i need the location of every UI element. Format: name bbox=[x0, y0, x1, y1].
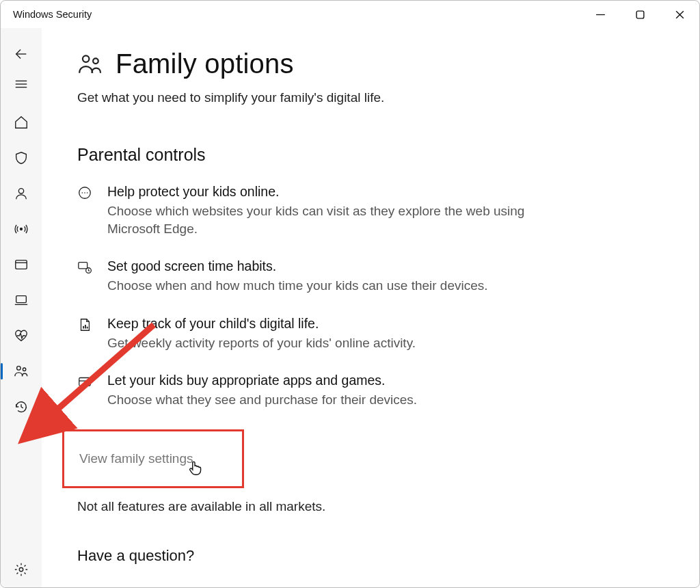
svg-point-18 bbox=[93, 58, 98, 64]
question-heading: Have a question? bbox=[77, 547, 672, 565]
feature-desc: Choose which websites your kids can visi… bbox=[107, 202, 545, 238]
window-title: Windows Security bbox=[13, 9, 92, 20]
minimize-icon bbox=[595, 10, 606, 20]
maximize-icon bbox=[635, 10, 645, 20]
link-label: View family settings bbox=[79, 451, 193, 466]
heart-pulse-icon bbox=[14, 328, 29, 343]
minimize-button[interactable] bbox=[580, 1, 620, 28]
titlebar: Windows Security bbox=[1, 1, 699, 28]
hamburger-icon bbox=[14, 77, 29, 92]
sidebar-item-app-browser[interactable] bbox=[1, 247, 42, 282]
close-button[interactable] bbox=[660, 1, 699, 28]
back-arrow-icon bbox=[14, 46, 29, 62]
svg-point-17 bbox=[83, 55, 90, 62]
sidebar-item-history[interactable] bbox=[1, 389, 42, 425]
svg-rect-26 bbox=[85, 325, 86, 329]
svg-point-21 bbox=[84, 192, 85, 193]
feature-item-online: Help protect your kids online. Choose wh… bbox=[77, 184, 672, 238]
section-heading: Parental controls bbox=[77, 145, 672, 165]
svg-rect-28 bbox=[79, 377, 91, 386]
sidebar-item-settings[interactable] bbox=[1, 552, 42, 587]
app-body: Family options Get what you need to simp… bbox=[1, 28, 699, 587]
svg-rect-25 bbox=[83, 325, 84, 328]
svg-rect-1 bbox=[636, 11, 644, 18]
antenna-icon bbox=[14, 222, 29, 237]
laptop-icon bbox=[14, 293, 29, 308]
close-icon bbox=[675, 10, 685, 20]
feature-item-screentime: Set good screen time habits. Choose when… bbox=[77, 258, 672, 295]
gear-icon bbox=[14, 562, 29, 577]
main-content: Family options Get what you need to simp… bbox=[42, 28, 699, 587]
family-icon bbox=[14, 364, 29, 379]
feature-title: Let your kids buy appropriate apps and g… bbox=[107, 373, 417, 388]
svg-point-16 bbox=[19, 567, 23, 572]
svg-point-9 bbox=[21, 228, 23, 230]
feature-title: Set good screen time habits. bbox=[107, 258, 488, 274]
globe-dots-icon bbox=[77, 185, 92, 200]
app-window: Windows Security bbox=[0, 0, 700, 588]
maximize-button[interactable] bbox=[620, 1, 660, 28]
sidebar-item-performance[interactable] bbox=[1, 318, 42, 353]
page-heading: Family options bbox=[77, 49, 672, 79]
shield-icon bbox=[14, 150, 29, 165]
view-family-settings-link[interactable]: View family settings bbox=[62, 429, 244, 488]
svg-point-15 bbox=[23, 368, 25, 371]
family-heading-icon bbox=[77, 51, 103, 77]
page-title: Family options bbox=[116, 49, 294, 79]
feature-item-activity: Keep track of your child's digital life.… bbox=[77, 316, 672, 352]
sidebar-item-home[interactable] bbox=[1, 105, 42, 140]
devices-clock-icon bbox=[77, 260, 92, 275]
feature-title: Help protect your kids online. bbox=[107, 184, 545, 200]
svg-rect-12 bbox=[16, 296, 27, 303]
nav-toggle-button[interactable] bbox=[1, 69, 42, 99]
svg-rect-10 bbox=[16, 260, 27, 269]
feature-item-purchases: Let your kids buy appropriate apps and g… bbox=[77, 373, 672, 409]
back-button[interactable] bbox=[1, 39, 42, 69]
home-icon bbox=[14, 115, 29, 130]
svg-rect-27 bbox=[87, 326, 88, 328]
window-controls bbox=[580, 1, 699, 28]
page-subtitle: Get what you need to simplify your famil… bbox=[77, 90, 672, 105]
feature-desc: Choose what they see and purchase for th… bbox=[107, 391, 417, 409]
sidebar-item-account[interactable] bbox=[1, 176, 42, 211]
file-chart-icon bbox=[77, 317, 92, 332]
credit-card-icon bbox=[77, 374, 92, 389]
svg-point-8 bbox=[18, 189, 23, 193]
feature-desc: Choose when and how much time your kids … bbox=[107, 277, 488, 295]
feature-desc: Get weekly activity reports of your kids… bbox=[107, 334, 416, 352]
svg-rect-23 bbox=[79, 263, 88, 269]
feature-title: Keep track of your child's digital life. bbox=[107, 316, 416, 332]
app-window-icon bbox=[14, 257, 29, 272]
svg-point-22 bbox=[87, 192, 88, 193]
sidebar-item-firewall[interactable] bbox=[1, 211, 42, 247]
account-icon bbox=[14, 186, 29, 201]
svg-point-20 bbox=[82, 192, 83, 193]
sidebar-item-device[interactable] bbox=[1, 282, 42, 318]
sidebar bbox=[1, 28, 42, 587]
history-icon bbox=[14, 399, 29, 414]
sidebar-item-virus[interactable] bbox=[1, 140, 42, 176]
svg-point-14 bbox=[17, 366, 21, 371]
active-indicator bbox=[1, 363, 3, 379]
cursor-hand-icon bbox=[186, 459, 204, 479]
footnote: Not all features are available in all ma… bbox=[77, 499, 672, 514]
sidebar-item-family[interactable] bbox=[1, 353, 42, 389]
